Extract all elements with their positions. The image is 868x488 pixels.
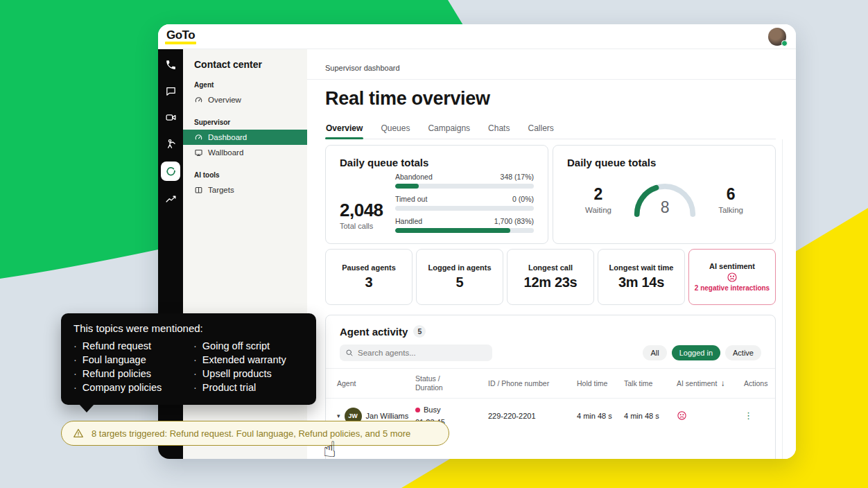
topic-item: Company policies xyxy=(73,381,188,394)
col-agent[interactable]: Agent xyxy=(337,379,415,388)
col-actions: Actions xyxy=(744,379,767,388)
monitor-icon xyxy=(194,148,203,157)
bar-label: Abandoned xyxy=(395,173,433,181)
tooltip-pointer xyxy=(79,404,94,412)
queue-bar-timed-out: Timed out 0 (0%) xyxy=(395,195,534,211)
table-header: Agent Status / Duration ID / Phone numbe… xyxy=(326,368,775,399)
nav-section-supervisor: Supervisor xyxy=(183,107,307,130)
gauge-icon xyxy=(194,133,203,142)
waiting-label: Waiting xyxy=(585,206,611,214)
row-actions-kebab-icon[interactable]: ⋮ xyxy=(744,412,764,420)
stat-value: 5 xyxy=(456,274,464,290)
targets-triggered-toast[interactable]: 8 targets triggered: Refund request. Fou… xyxy=(61,421,449,446)
filter-chip-active[interactable]: Active xyxy=(725,345,761,360)
agent-count-badge: 5 xyxy=(413,325,426,338)
queue-bar-fill xyxy=(395,184,419,189)
gauge-center-value: 8 xyxy=(632,198,698,217)
negative-interactions-text: 2 negative interactions xyxy=(695,284,770,292)
tab-queues[interactable]: Queues xyxy=(380,121,410,139)
queue-bar-abandoned: Abandoned 348 (17%) xyxy=(395,173,534,189)
topic-item: Product trial xyxy=(193,381,305,394)
topic-item: Going off script xyxy=(193,339,305,353)
filter-chip-all[interactable]: All xyxy=(643,345,666,360)
chat-icon[interactable] xyxy=(162,82,179,99)
tab-bar: Overview Queues Campaigns Chats Callers xyxy=(325,121,776,139)
stat-value: 12m 23s xyxy=(524,274,578,290)
analytics-icon[interactable] xyxy=(162,191,179,207)
nav-item-dashboard[interactable]: Dashboard xyxy=(183,130,307,145)
bar-value: 1,700 (83%) xyxy=(494,217,534,225)
expand-row-caret-icon[interactable]: ▾ xyxy=(337,412,340,419)
agent-activity-title: Agent activity xyxy=(340,326,408,338)
search-agents-box[interactable] xyxy=(340,345,492,361)
queue-bar-handled: Handled 1,700 (83%) xyxy=(395,217,534,233)
topic-item: Foul language xyxy=(73,353,188,367)
col-status-duration[interactable]: Status / Duration xyxy=(415,374,488,392)
nav-section-ai-tools: AI tools xyxy=(183,160,307,182)
agent-phone: 229-220-2201 xyxy=(488,412,577,420)
agent-hold-time: 4 min 48 s xyxy=(577,412,624,420)
bar-track xyxy=(395,184,534,189)
nav-item-label: Targets xyxy=(208,186,234,194)
presence-dot xyxy=(781,40,788,46)
user-avatar[interactable] xyxy=(768,28,786,46)
training-icon[interactable] xyxy=(162,135,179,152)
talking-value: 6 xyxy=(718,185,743,204)
nav-item-overview[interactable]: Overview xyxy=(183,92,307,107)
stat-value: 3m 14s xyxy=(618,274,664,290)
nav-item-label: Dashboard xyxy=(208,133,247,141)
phone-icon[interactable] xyxy=(162,56,179,73)
agent-talk-time: 4 min 48 s xyxy=(624,412,677,420)
stat-label: Longest call xyxy=(528,263,573,272)
tab-callers[interactable]: Callers xyxy=(527,121,554,139)
stat-label: Paused agents xyxy=(342,263,396,272)
stat-label: AI sentiment xyxy=(709,262,755,270)
search-agents-input[interactable] xyxy=(358,349,476,357)
nav-item-label: Wallboard xyxy=(208,148,243,157)
tab-chats[interactable]: Chats xyxy=(487,121,510,139)
col-talk-time[interactable]: Talk time xyxy=(624,379,677,388)
toast-text: 8 targets triggered: Refund request. Fou… xyxy=(92,428,410,439)
live-queue-gauge-card: Daily queue totals 2 Waiting xyxy=(553,145,776,244)
bar-label: Handled xyxy=(395,217,422,225)
col-id-phone[interactable]: ID / Phone number xyxy=(488,379,577,388)
breadcrumb-bar: Supervisor dashboard xyxy=(307,49,796,80)
total-calls-label: Total calls xyxy=(340,222,388,230)
contact-center-icon[interactable] xyxy=(161,162,180,181)
goto-logo[interactable]: GoTo xyxy=(165,28,196,44)
stat-label: Logged in agents xyxy=(428,263,491,272)
tab-overview[interactable]: Overview xyxy=(325,121,363,139)
sad-face-icon xyxy=(677,410,687,421)
stat-value: 3 xyxy=(365,274,373,290)
warning-triangle-icon xyxy=(73,428,84,439)
agent-status: Busy xyxy=(424,406,440,414)
nav-title: Contact center xyxy=(183,58,307,70)
queue-gauge: 8 xyxy=(632,181,698,218)
search-icon xyxy=(345,349,354,357)
bar-label: Timed out xyxy=(395,195,427,203)
book-icon xyxy=(194,186,203,195)
logo-underline xyxy=(165,42,196,44)
stat-card-ai-sentiment[interactable]: AI sentiment 2 negative interactions xyxy=(688,249,776,305)
stat-card-paused-agents: Paused agents 3 xyxy=(325,249,413,305)
topics-tooltip: This topics were mentioned: Refund reque… xyxy=(61,313,316,405)
card-title: Daily queue totals xyxy=(340,157,534,168)
filter-chip-logged-in[interactable]: Logged in xyxy=(672,345,720,360)
top-bar: GoTo xyxy=(158,24,796,49)
tab-campaigns[interactable]: Campaigns xyxy=(427,121,471,139)
total-calls-value: 2,048 xyxy=(340,200,388,221)
nav-item-targets[interactable]: Targets xyxy=(183,182,307,198)
bar-value: 348 (17%) xyxy=(501,173,534,181)
stat-card-longest-wait-time: Longest wait time 3m 14s xyxy=(598,249,685,305)
talking-label: Talking xyxy=(718,206,743,214)
topic-item: Refund policies xyxy=(73,367,188,381)
video-icon[interactable] xyxy=(162,109,179,125)
waiting-value: 2 xyxy=(585,185,611,204)
nav-item-wallboard[interactable]: Wallboard xyxy=(183,145,307,160)
tooltip-title: This topics were mentioned: xyxy=(73,322,305,334)
bar-value: 0 (0%) xyxy=(512,195,534,203)
col-hold-time[interactable]: Hold time xyxy=(577,379,624,388)
col-ai-sentiment[interactable]: AI sentiment↓ xyxy=(677,379,744,388)
breadcrumb: Supervisor dashboard xyxy=(325,64,400,72)
sort-descending-icon[interactable]: ↓ xyxy=(720,378,724,388)
